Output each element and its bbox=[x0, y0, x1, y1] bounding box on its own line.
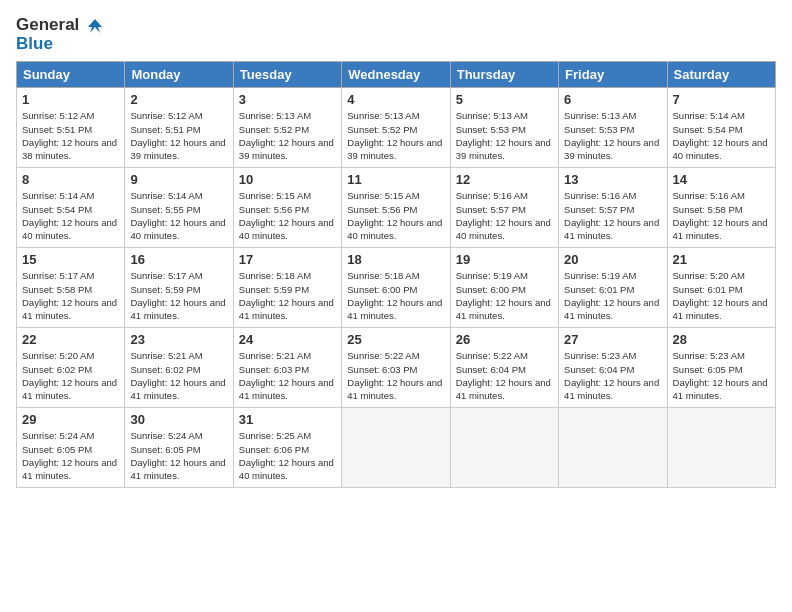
day-number: 27 bbox=[564, 332, 661, 347]
day-number: 3 bbox=[239, 92, 336, 107]
calendar-cell: 21Sunrise: 5:20 AMSunset: 6:01 PMDayligh… bbox=[667, 248, 775, 328]
day-info: Sunrise: 5:19 AMSunset: 6:01 PMDaylight:… bbox=[564, 269, 661, 322]
day-number: 12 bbox=[456, 172, 553, 187]
day-info: Sunrise: 5:16 AMSunset: 5:57 PMDaylight:… bbox=[456, 189, 553, 242]
day-number: 9 bbox=[130, 172, 227, 187]
calendar-cell: 1Sunrise: 5:12 AMSunset: 5:51 PMDaylight… bbox=[17, 88, 125, 168]
day-number: 31 bbox=[239, 412, 336, 427]
calendar-cell: 18Sunrise: 5:18 AMSunset: 6:00 PMDayligh… bbox=[342, 248, 450, 328]
calendar-cell bbox=[667, 408, 775, 488]
day-number: 14 bbox=[673, 172, 770, 187]
day-number: 22 bbox=[22, 332, 119, 347]
calendar-cell: 16Sunrise: 5:17 AMSunset: 5:59 PMDayligh… bbox=[125, 248, 233, 328]
calendar-header-row: SundayMondayTuesdayWednesdayThursdayFrid… bbox=[17, 62, 776, 88]
day-number: 23 bbox=[130, 332, 227, 347]
day-number: 6 bbox=[564, 92, 661, 107]
page-header: General Blue bbox=[16, 16, 776, 53]
calendar-cell: 2Sunrise: 5:12 AMSunset: 5:51 PMDaylight… bbox=[125, 88, 233, 168]
day-info: Sunrise: 5:22 AMSunset: 6:03 PMDaylight:… bbox=[347, 349, 444, 402]
day-info: Sunrise: 5:24 AMSunset: 6:05 PMDaylight:… bbox=[130, 429, 227, 482]
day-info: Sunrise: 5:23 AMSunset: 6:04 PMDaylight:… bbox=[564, 349, 661, 402]
logo-text: General Blue bbox=[16, 16, 104, 53]
day-info: Sunrise: 5:13 AMSunset: 5:52 PMDaylight:… bbox=[347, 109, 444, 162]
day-number: 30 bbox=[130, 412, 227, 427]
day-number: 8 bbox=[22, 172, 119, 187]
calendar-cell: 4Sunrise: 5:13 AMSunset: 5:52 PMDaylight… bbox=[342, 88, 450, 168]
calendar-table: SundayMondayTuesdayWednesdayThursdayFrid… bbox=[16, 61, 776, 488]
calendar-cell: 19Sunrise: 5:19 AMSunset: 6:00 PMDayligh… bbox=[450, 248, 558, 328]
day-info: Sunrise: 5:20 AMSunset: 6:01 PMDaylight:… bbox=[673, 269, 770, 322]
calendar-cell: 9Sunrise: 5:14 AMSunset: 5:55 PMDaylight… bbox=[125, 168, 233, 248]
calendar-cell: 22Sunrise: 5:20 AMSunset: 6:02 PMDayligh… bbox=[17, 328, 125, 408]
logo: General Blue bbox=[16, 16, 104, 53]
calendar-cell: 14Sunrise: 5:16 AMSunset: 5:58 PMDayligh… bbox=[667, 168, 775, 248]
calendar-week-row: 15Sunrise: 5:17 AMSunset: 5:58 PMDayligh… bbox=[17, 248, 776, 328]
calendar-day-header: Tuesday bbox=[233, 62, 341, 88]
day-number: 28 bbox=[673, 332, 770, 347]
day-info: Sunrise: 5:19 AMSunset: 6:00 PMDaylight:… bbox=[456, 269, 553, 322]
calendar-day-header: Friday bbox=[559, 62, 667, 88]
day-info: Sunrise: 5:22 AMSunset: 6:04 PMDaylight:… bbox=[456, 349, 553, 402]
calendar-cell: 26Sunrise: 5:22 AMSunset: 6:04 PMDayligh… bbox=[450, 328, 558, 408]
calendar-cell: 10Sunrise: 5:15 AMSunset: 5:56 PMDayligh… bbox=[233, 168, 341, 248]
day-info: Sunrise: 5:18 AMSunset: 5:59 PMDaylight:… bbox=[239, 269, 336, 322]
calendar-cell: 28Sunrise: 5:23 AMSunset: 6:05 PMDayligh… bbox=[667, 328, 775, 408]
day-info: Sunrise: 5:16 AMSunset: 5:58 PMDaylight:… bbox=[673, 189, 770, 242]
calendar-week-row: 8Sunrise: 5:14 AMSunset: 5:54 PMDaylight… bbox=[17, 168, 776, 248]
calendar-cell: 27Sunrise: 5:23 AMSunset: 6:04 PMDayligh… bbox=[559, 328, 667, 408]
calendar-cell: 23Sunrise: 5:21 AMSunset: 6:02 PMDayligh… bbox=[125, 328, 233, 408]
calendar-cell: 6Sunrise: 5:13 AMSunset: 5:53 PMDaylight… bbox=[559, 88, 667, 168]
calendar-cell: 7Sunrise: 5:14 AMSunset: 5:54 PMDaylight… bbox=[667, 88, 775, 168]
day-number: 16 bbox=[130, 252, 227, 267]
calendar-cell: 30Sunrise: 5:24 AMSunset: 6:05 PMDayligh… bbox=[125, 408, 233, 488]
day-number: 4 bbox=[347, 92, 444, 107]
day-info: Sunrise: 5:16 AMSunset: 5:57 PMDaylight:… bbox=[564, 189, 661, 242]
day-number: 24 bbox=[239, 332, 336, 347]
calendar-cell bbox=[450, 408, 558, 488]
day-info: Sunrise: 5:24 AMSunset: 6:05 PMDaylight:… bbox=[22, 429, 119, 482]
calendar-cell: 8Sunrise: 5:14 AMSunset: 5:54 PMDaylight… bbox=[17, 168, 125, 248]
calendar-week-row: 1Sunrise: 5:12 AMSunset: 5:51 PMDaylight… bbox=[17, 88, 776, 168]
calendar-day-header: Saturday bbox=[667, 62, 775, 88]
day-number: 17 bbox=[239, 252, 336, 267]
day-number: 20 bbox=[564, 252, 661, 267]
calendar-cell: 25Sunrise: 5:22 AMSunset: 6:03 PMDayligh… bbox=[342, 328, 450, 408]
day-number: 11 bbox=[347, 172, 444, 187]
day-info: Sunrise: 5:18 AMSunset: 6:00 PMDaylight:… bbox=[347, 269, 444, 322]
day-info: Sunrise: 5:14 AMSunset: 5:54 PMDaylight:… bbox=[22, 189, 119, 242]
day-info: Sunrise: 5:21 AMSunset: 6:02 PMDaylight:… bbox=[130, 349, 227, 402]
day-info: Sunrise: 5:15 AMSunset: 5:56 PMDaylight:… bbox=[239, 189, 336, 242]
calendar-day-header: Monday bbox=[125, 62, 233, 88]
calendar-cell: 17Sunrise: 5:18 AMSunset: 5:59 PMDayligh… bbox=[233, 248, 341, 328]
day-number: 25 bbox=[347, 332, 444, 347]
calendar-cell: 11Sunrise: 5:15 AMSunset: 5:56 PMDayligh… bbox=[342, 168, 450, 248]
day-info: Sunrise: 5:25 AMSunset: 6:06 PMDaylight:… bbox=[239, 429, 336, 482]
calendar-cell bbox=[342, 408, 450, 488]
day-number: 29 bbox=[22, 412, 119, 427]
day-info: Sunrise: 5:14 AMSunset: 5:54 PMDaylight:… bbox=[673, 109, 770, 162]
calendar-day-header: Thursday bbox=[450, 62, 558, 88]
day-number: 13 bbox=[564, 172, 661, 187]
day-number: 10 bbox=[239, 172, 336, 187]
logo-bird-icon bbox=[86, 17, 104, 35]
calendar-cell: 24Sunrise: 5:21 AMSunset: 6:03 PMDayligh… bbox=[233, 328, 341, 408]
day-info: Sunrise: 5:14 AMSunset: 5:55 PMDaylight:… bbox=[130, 189, 227, 242]
calendar-cell: 3Sunrise: 5:13 AMSunset: 5:52 PMDaylight… bbox=[233, 88, 341, 168]
calendar-cell: 15Sunrise: 5:17 AMSunset: 5:58 PMDayligh… bbox=[17, 248, 125, 328]
svg-marker-0 bbox=[88, 19, 102, 33]
calendar-week-row: 29Sunrise: 5:24 AMSunset: 6:05 PMDayligh… bbox=[17, 408, 776, 488]
calendar-cell: 13Sunrise: 5:16 AMSunset: 5:57 PMDayligh… bbox=[559, 168, 667, 248]
calendar-cell: 5Sunrise: 5:13 AMSunset: 5:53 PMDaylight… bbox=[450, 88, 558, 168]
day-number: 15 bbox=[22, 252, 119, 267]
calendar-cell: 31Sunrise: 5:25 AMSunset: 6:06 PMDayligh… bbox=[233, 408, 341, 488]
day-number: 19 bbox=[456, 252, 553, 267]
day-info: Sunrise: 5:20 AMSunset: 6:02 PMDaylight:… bbox=[22, 349, 119, 402]
day-number: 1 bbox=[22, 92, 119, 107]
day-info: Sunrise: 5:15 AMSunset: 5:56 PMDaylight:… bbox=[347, 189, 444, 242]
day-number: 2 bbox=[130, 92, 227, 107]
calendar-day-header: Sunday bbox=[17, 62, 125, 88]
calendar-cell bbox=[559, 408, 667, 488]
day-info: Sunrise: 5:17 AMSunset: 5:59 PMDaylight:… bbox=[130, 269, 227, 322]
day-number: 7 bbox=[673, 92, 770, 107]
day-info: Sunrise: 5:13 AMSunset: 5:53 PMDaylight:… bbox=[456, 109, 553, 162]
